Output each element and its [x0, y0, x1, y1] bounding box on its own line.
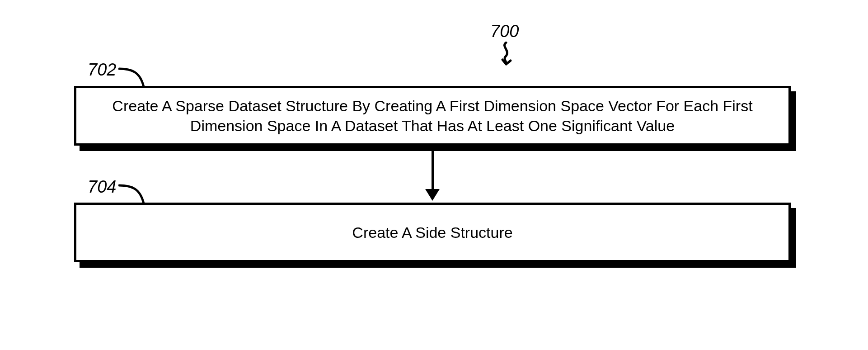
- flow-arrow-head: [425, 189, 440, 201]
- flow-step-704: Create A Side Structure: [74, 203, 791, 262]
- flow-arrow: [432, 151, 434, 191]
- step-ref-702: 702: [88, 60, 116, 80]
- flow-step-702: Create A Sparse Dataset Structure By Cre…: [74, 86, 791, 146]
- figure-ref-700: 700: [490, 22, 519, 41]
- flowchart-canvas: 700 702 Create A Sparse Dataset Structur…: [0, 0, 868, 350]
- step-ref-704: 704: [88, 177, 116, 197]
- step-ref-702-leader: [118, 67, 150, 89]
- figure-ref-700-leader: [493, 42, 520, 69]
- flow-step-702-text: Create A Sparse Dataset Structure By Cre…: [94, 96, 770, 136]
- step-ref-704-leader: [118, 184, 150, 205]
- flow-step-704-text: Create A Side Structure: [352, 222, 512, 242]
